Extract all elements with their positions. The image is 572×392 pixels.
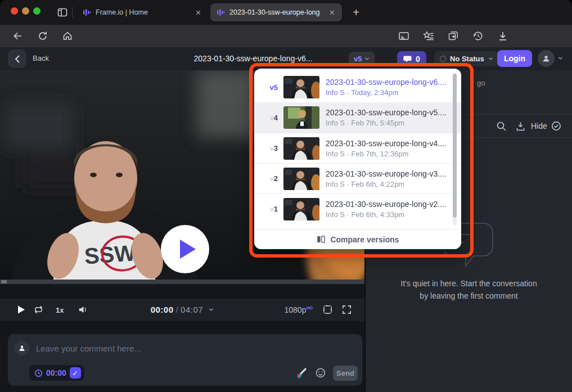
version-item-v3[interactable]: v3 2023-01-30-ssw-europe-long-v4.... Inf… <box>254 133 461 163</box>
version-item-v1[interactable]: v1 2023-01-30-ssw-europe-long-v2.... Inf… <box>254 193 461 224</box>
send-button[interactable]: Send <box>333 366 358 381</box>
play-overlay-button[interactable] <box>161 225 209 273</box>
hide-completed-toggle[interactable]: Hide <box>531 121 561 131</box>
browser-toolbar: https://app.frame.io/reviews/16500baa-2b… <box>0 25 572 47</box>
version-meta: Info S · Feb 6th, 4:22pm <box>326 180 447 188</box>
account-chevron-icon[interactable] <box>558 56 563 61</box>
history-icon[interactable] <box>472 30 484 42</box>
check-circle-icon <box>551 121 561 131</box>
tab-frameio-home[interactable]: Frame.io | Home ✕ <box>76 3 208 21</box>
page-title: 2023-01-30-ssw-europe-long-v6... <box>157 54 349 63</box>
version-thumbnail <box>283 137 319 160</box>
compare-versions-button[interactable]: Compare versions <box>254 229 461 249</box>
minimize-window-button[interactable] <box>22 7 29 15</box>
duration: 04:07 <box>181 305 203 314</box>
tab-overview-icon[interactable] <box>57 7 68 18</box>
account-avatar-button[interactable] <box>538 50 555 67</box>
versions-popup: v5 2023-01-30-ssw-europe-long-v6.... Inf… <box>254 69 461 249</box>
version-title: 2023-01-30-ssw-europe-long-v6.... <box>326 78 447 87</box>
version-thumbnail <box>283 168 319 190</box>
tab-close-icon[interactable]: ✕ <box>194 8 202 17</box>
refresh-icon[interactable] <box>37 30 48 42</box>
tab-close-icon[interactable]: ✕ <box>328 8 336 17</box>
version-dropdown-button[interactable]: v5 <box>349 52 375 66</box>
zoom-window-button[interactable] <box>33 7 40 15</box>
svg-text:SSW: SSW <box>83 240 136 268</box>
version-meta: Info S · Feb 6th, 4:33pm <box>326 210 447 219</box>
composer-avatar <box>15 341 29 355</box>
close-window-button[interactable] <box>11 7 18 15</box>
version-title: 2023-01-30-ssw-europe-long-v5.... <box>326 108 447 117</box>
hd-badge: HD <box>306 305 313 310</box>
play-icon <box>180 240 196 259</box>
status-circle-icon <box>440 56 446 62</box>
time-chevron-icon <box>209 307 214 312</box>
clock-icon <box>34 369 43 377</box>
version-item-v4[interactable]: vv44 2023-01-30-ssw-europe-long-v5.... I… <box>254 102 461 133</box>
tab-title: 2023-01-30-ssw-europe-long <box>229 8 320 16</box>
comment-composer: Leave your comment here... 00:00 ✓ Send <box>8 334 362 386</box>
fullscreen-icon[interactable] <box>341 304 352 315</box>
version-meta: Info S · Feb 7th, 12:36pm <box>326 150 447 158</box>
new-tab-button[interactable]: + <box>349 5 363 20</box>
emoji-icon[interactable] <box>315 367 326 379</box>
back-icon[interactable] <box>12 30 24 42</box>
person-icon <box>18 344 26 352</box>
search-icon[interactable] <box>496 121 507 132</box>
version-meta: Info S · Feb 7th, 5:45pm <box>326 119 447 127</box>
version-item-v5[interactable]: v5 2023-01-30-ssw-europe-long-v6.... Inf… <box>254 72 461 102</box>
version-thumbnail <box>283 106 319 129</box>
version-title: 2023-01-30-ssw-europe-long-v2.... <box>326 200 447 209</box>
cast-icon[interactable] <box>398 30 409 42</box>
comment-count-badge[interactable]: 0 <box>397 51 426 66</box>
person-icon <box>542 54 551 63</box>
guides-icon[interactable] <box>322 304 333 315</box>
frameio-favicon <box>82 8 91 17</box>
collections-icon[interactable] <box>448 30 459 42</box>
frameio-favicon <box>216 8 225 17</box>
annotate-brush-icon[interactable] <box>296 367 308 379</box>
version-meta: Info S · Today, 2:34pm <box>326 88 447 97</box>
comment-input[interactable]: Leave your comment here... <box>36 344 141 353</box>
timeline-scrubber[interactable] <box>0 280 364 284</box>
version-title: 2023-01-30-ssw-europe-long-v4.... <box>326 139 447 148</box>
back-label[interactable]: Back <box>33 54 49 62</box>
popup-scrollbar[interactable] <box>453 73 457 226</box>
tab-review-page[interactable]: 2023-01-30-ssw-europe-long ✕ <box>210 3 342 21</box>
home-icon[interactable] <box>62 30 73 42</box>
downloads-icon[interactable] <box>497 30 508 42</box>
timestamp-checkbox[interactable]: ✓ <box>70 367 81 379</box>
compare-icon <box>316 235 326 244</box>
empty-state-message: It's quiet in here. Start the conversati… <box>366 277 572 302</box>
version-title: 2023-01-30-ssw-europe-long-v3.... <box>326 169 447 178</box>
playhead[interactable] <box>1 280 7 283</box>
login-button[interactable]: Login <box>497 50 532 67</box>
player-controls: 1x 00:00 / 04:07 1080pHD <box>0 299 364 321</box>
tab-bar-divider <box>72 7 73 18</box>
version-thumbnail <box>283 76 319 98</box>
app-header: Back 2023-01-30-ssw-europe-long-v6... v5… <box>0 47 572 70</box>
download-icon[interactable] <box>515 121 526 132</box>
version-thumbnail <box>283 198 319 220</box>
current-time: 00:00 <box>151 305 174 314</box>
comment-bubble-icon <box>403 55 412 63</box>
tab-title: Frame.io | Home <box>96 8 148 16</box>
timestamp-chip[interactable]: 00:00 ✓ <box>29 365 84 381</box>
quality-selector[interactable]: 1080pHD <box>285 305 313 314</box>
timestamp-value: 00:00 <box>46 368 66 377</box>
version-item-v2[interactable]: v2 2023-01-30-ssw-europe-long-v3.... Inf… <box>254 163 461 193</box>
obscured-text-fragment: go <box>477 79 485 87</box>
popup-scrollbar-thumb[interactable] <box>453 74 457 218</box>
back-button[interactable] <box>8 49 26 68</box>
comment-count: 0 <box>416 55 420 64</box>
browser-window: Frame.io | Home ✕ 2023-01-30-ssw-europe-… <box>0 0 572 392</box>
versions-list: v5 2023-01-30-ssw-europe-long-v6.... Inf… <box>254 72 461 224</box>
favorites-bar-icon[interactable] <box>423 30 434 42</box>
tab-bar: Frame.io | Home ✕ 2023-01-30-ssw-europe-… <box>0 0 572 25</box>
status-dropdown[interactable]: No Status <box>434 51 499 66</box>
